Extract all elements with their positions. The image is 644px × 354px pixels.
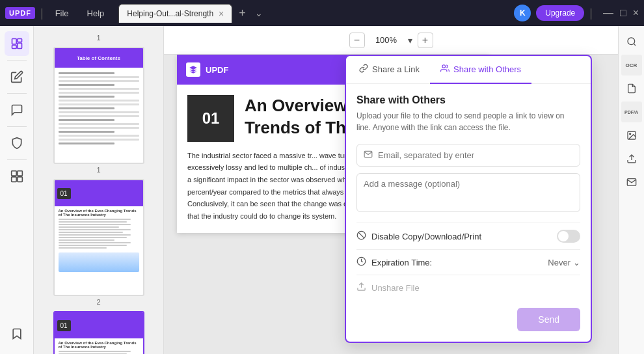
svg-rect-3	[12, 46, 16, 49]
share-others-tab[interactable]: Share with Others	[430, 56, 531, 84]
toc-line	[59, 84, 115, 86]
thumbnail-3[interactable]: 01 An Overview of the Ever-Changing Tren…	[53, 311, 144, 354]
bookmark-tool-icon[interactable]	[5, 321, 29, 346]
close-btn[interactable]: ×	[633, 7, 639, 19]
comment-tool-icon[interactable]	[5, 98, 29, 122]
share-link-label: Share a Link	[372, 64, 420, 74]
svg-rect-0	[12, 39, 16, 44]
toc-line	[59, 123, 139, 125]
tab-dropdown-btn[interactable]: ⌄	[255, 8, 263, 18]
svg-rect-1	[17, 39, 21, 42]
line	[59, 247, 107, 249]
disable-copy-row: Disable Copy/Download/Print	[356, 223, 580, 249]
thumbnail-2[interactable]: 01 An Overview of the Ever-Changing Tren…	[53, 179, 144, 306]
thumb-num-1: 1	[53, 166, 144, 174]
content-area: − 100% ▾ + Share a Link	[164, 26, 618, 354]
disable-copy-text: Disable Copy/Download/Print	[371, 232, 481, 241]
toc-line	[59, 115, 139, 117]
zoom-out-button[interactable]: −	[349, 33, 365, 48]
updf-logo-icon	[186, 62, 200, 77]
pdf-page-number: 01	[187, 95, 234, 142]
active-tab[interactable]: Helping-Out...al-Strength ×	[118, 4, 232, 23]
toc-line	[59, 107, 115, 109]
toc-line	[59, 103, 139, 105]
thumbnail-1[interactable]: Table of Contents	[53, 47, 144, 174]
toc-line	[59, 80, 139, 82]
toc-line	[59, 127, 139, 129]
line	[59, 229, 131, 230]
expiry-text: Expiration Time:	[371, 258, 432, 267]
email-input[interactable]	[378, 150, 573, 160]
upgrade-button[interactable]: Upgrade	[536, 5, 584, 21]
svg-rect-6	[11, 177, 16, 182]
send-button[interactable]: Send	[517, 308, 580, 331]
zoom-dropdown[interactable]: ▾	[408, 35, 412, 46]
upload-right-icon[interactable]	[621, 148, 642, 169]
tab-close-btn[interactable]: ×	[219, 8, 224, 19]
zoom-value: 100%	[370, 35, 403, 45]
toc-header: Table of Contents	[55, 48, 143, 68]
toc-lines	[55, 68, 143, 149]
ocr-icon[interactable]: OCR	[621, 55, 642, 75]
svg-line-10	[358, 232, 364, 238]
tab-add-btn[interactable]: +	[235, 7, 250, 20]
expiry-value-selector[interactable]: Never ⌄	[548, 258, 580, 267]
search-right-icon[interactable]	[621, 31, 642, 52]
menu-file[interactable]: File	[49, 6, 75, 21]
organize-tool-icon[interactable]	[5, 164, 29, 189]
image-right-icon[interactable]	[621, 125, 642, 146]
updf-logo-text: UPDF	[206, 65, 228, 75]
svg-rect-5	[17, 171, 22, 176]
toc-line	[59, 76, 139, 78]
share-panel-tabs: Share a Link Share with Others	[346, 56, 591, 84]
thumbnail-list: 1 Table of Contents	[39, 31, 158, 354]
toc-line	[59, 88, 139, 90]
maximize-btn[interactable]: □	[620, 7, 626, 19]
thumb-num-2: 2	[53, 298, 144, 306]
app-logo: UPDF	[5, 7, 35, 19]
right-toolbar: OCR PDF/A	[618, 26, 644, 354]
chart-area	[59, 252, 139, 272]
line	[59, 234, 131, 236]
expiry-arrow-icon: ⌄	[573, 258, 580, 267]
sep4	[7, 159, 27, 160]
protect-tool-icon[interactable]	[5, 131, 29, 156]
send-row: Send	[356, 300, 580, 331]
toc-line	[59, 143, 115, 144]
svg-rect-4	[11, 171, 16, 176]
svg-rect-7	[17, 177, 22, 182]
share-link-tab[interactable]: Share a Link	[349, 56, 430, 84]
disable-copy-toggle[interactable]	[557, 230, 580, 243]
document-view-icon[interactable]	[5, 31, 29, 56]
disable-copy-icon	[356, 230, 366, 242]
share-panel-title: Share with Others	[356, 94, 580, 106]
pdf-convert-icon[interactable]: PDF/A	[621, 102, 642, 122]
line	[59, 242, 131, 243]
page2-lines	[59, 219, 139, 249]
email-right-icon[interactable]	[621, 172, 642, 193]
unshare-icon	[356, 282, 366, 293]
title-divider: |	[40, 7, 44, 20]
minimize-btn[interactable]: —	[603, 7, 613, 19]
line	[59, 224, 131, 225]
thumbnail-panel: 1 Table of Contents	[34, 26, 164, 354]
svg-point-13	[628, 38, 635, 45]
zoom-in-button[interactable]: +	[418, 33, 433, 48]
unshare-label: Unshare File	[356, 282, 420, 293]
message-input[interactable]	[356, 173, 580, 212]
toc-line	[59, 135, 139, 137]
edit-tool-icon[interactable]	[5, 64, 29, 89]
share-link-icon	[359, 64, 368, 75]
thumb-label-1: 1	[96, 34, 100, 42]
svg-rect-2	[17, 43, 21, 48]
share-others-label: Share with Others	[453, 64, 521, 74]
file-right-icon[interactable]	[621, 78, 642, 99]
menu-help[interactable]: Help	[81, 6, 111, 21]
main-layout: 1 Table of Contents	[0, 26, 644, 354]
page3-lines	[59, 351, 139, 354]
sep3	[7, 126, 27, 127]
thumb-page-1: Table of Contents	[53, 47, 144, 164]
top-bar: − 100% ▾ +	[164, 26, 618, 55]
line	[59, 226, 119, 228]
toc-line	[59, 119, 115, 121]
